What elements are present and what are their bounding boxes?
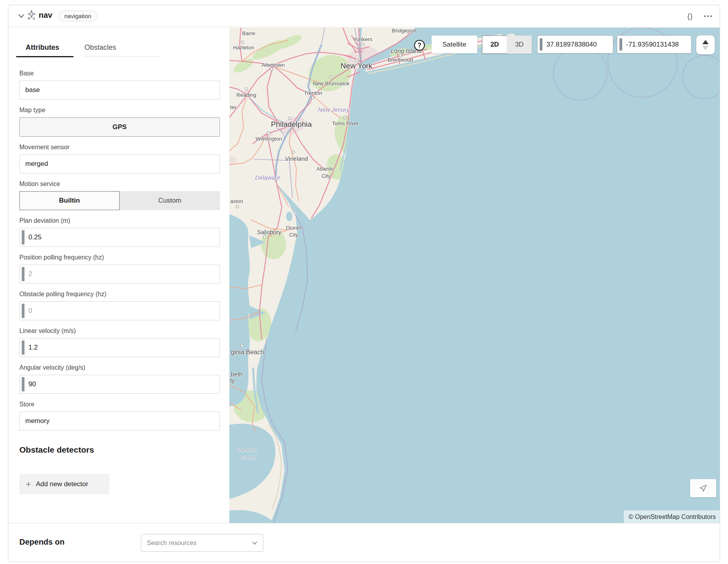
- position-polling-input[interactable]: [20, 265, 220, 283]
- search-resources-placeholder: Search resources: [147, 540, 252, 547]
- step-down-icon: [702, 46, 709, 50]
- depends-on-select[interactable]: Search resources: [141, 534, 263, 552]
- base-input[interactable]: [20, 81, 220, 99]
- longitude-field: [617, 36, 691, 53]
- linear-velocity-label: Linear velocity (m/s): [19, 327, 220, 335]
- angular-velocity-label: Angular velocity (deg/s): [19, 364, 220, 371]
- step-up-icon: [702, 40, 709, 44]
- navigation-arrow-icon: [698, 483, 708, 493]
- card-header: nav navigation {}: [8, 5, 720, 27]
- json-code-icon[interactable]: {}: [687, 12, 693, 21]
- map-3d-button[interactable]: 3D: [507, 36, 532, 54]
- latitude-input[interactable]: [538, 36, 613, 53]
- map-type-label: Map type: [19, 106, 220, 114]
- navigation-service-icon: [26, 9, 37, 22]
- add-detector-label: Add new detector: [36, 480, 88, 488]
- motion-service-toggle: Builtin Custom: [19, 191, 220, 210]
- map-help-button[interactable]: ?: [414, 40, 425, 51]
- tab-bar: Attributes Obstacles: [16, 28, 220, 57]
- chevron-down-icon: [252, 541, 257, 545]
- number-drag-handle[interactable]: [22, 230, 24, 244]
- angular-velocity-input[interactable]: [20, 375, 220, 393]
- obstacle-polling-label: Obstacle polling frequency (hz): [19, 290, 220, 298]
- obstacle-detectors-heading: Obstacle detectors: [19, 445, 220, 455]
- map-type-gps-button[interactable]: GPS: [19, 117, 220, 137]
- service-name: nav: [39, 11, 52, 20]
- attributes-panel: Attributes Obstacles Base Map type GPS M…: [8, 28, 229, 523]
- map-graphic: [229, 28, 720, 523]
- number-drag-handle[interactable]: [22, 377, 24, 391]
- number-drag-handle[interactable]: [619, 38, 622, 51]
- motion-service-label: Motion service: [19, 180, 220, 188]
- plan-deviation-input[interactable]: [20, 228, 220, 246]
- more-menu-icon[interactable]: [704, 15, 712, 17]
- store-label: Store: [19, 400, 220, 408]
- coordinate-stepper[interactable]: [696, 35, 715, 55]
- number-drag-handle[interactable]: [22, 304, 24, 318]
- movement-sensor-label: Movement sensor: [19, 143, 220, 151]
- map-canvas[interactable]: BarreHazletonAllentownYonkersBridgeportB…: [229, 28, 720, 523]
- collapse-chevron-icon[interactable]: [18, 13, 24, 20]
- tab-attributes[interactable]: Attributes: [16, 43, 73, 57]
- motion-service-custom[interactable]: Custom: [120, 191, 220, 210]
- latitude-field: [537, 36, 613, 53]
- number-drag-handle[interactable]: [540, 38, 542, 51]
- service-type-badge: navigation: [58, 11, 98, 21]
- map-2d-button[interactable]: 2D: [482, 36, 507, 54]
- satellite-toggle-button[interactable]: Satellite: [432, 36, 477, 53]
- add-detector-button[interactable]: + Add new detector: [19, 474, 109, 494]
- longitude-input[interactable]: [617, 36, 691, 53]
- tab-obstacles[interactable]: Obstacles: [84, 43, 159, 56]
- obstacle-polling-input[interactable]: [20, 302, 220, 320]
- base-label: Base: [19, 70, 220, 77]
- plus-icon: +: [26, 480, 31, 488]
- depends-on-heading: Depends on: [19, 538, 64, 547]
- position-polling-label: Position polling frequency (hz): [19, 254, 220, 261]
- movement-sensor-input[interactable]: [20, 155, 220, 173]
- locate-button[interactable]: [690, 479, 716, 497]
- number-drag-handle[interactable]: [22, 267, 24, 281]
- service-config-card: nav navigation {} Attributes Obstacles B…: [8, 5, 720, 562]
- motion-service-builtin[interactable]: Builtin: [19, 191, 120, 210]
- map-attribution: © OpenStreetMap Contributors: [624, 510, 720, 523]
- number-drag-handle[interactable]: [22, 340, 24, 355]
- linear-velocity-input[interactable]: [20, 338, 220, 357]
- plan-deviation-label: Plan deviation (m): [19, 217, 220, 224]
- depends-on-section: Depends on Search resources: [8, 523, 720, 562]
- store-input[interactable]: [20, 412, 220, 430]
